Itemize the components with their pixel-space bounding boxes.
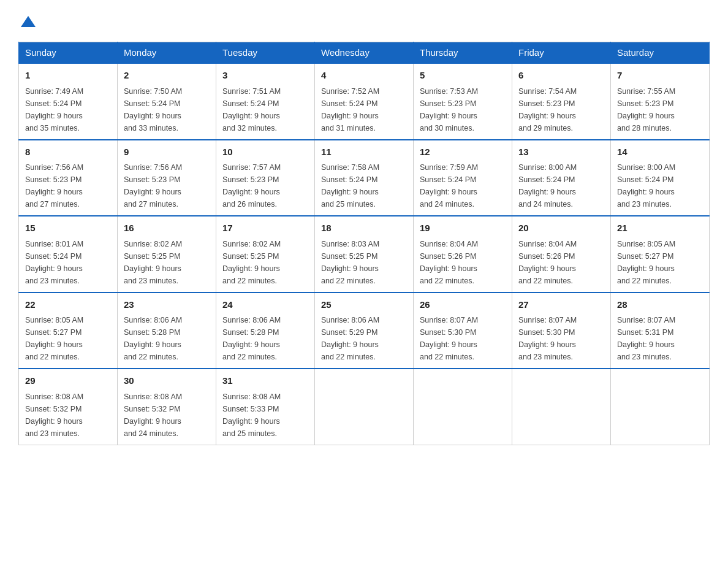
calendar-week-row: 1Sunrise: 7:49 AMSunset: 5:24 PMDaylight… (19, 63, 710, 140)
day-info: Sunrise: 8:00 AMSunset: 5:24 PMDaylight:… (518, 161, 604, 210)
calendar-cell: 18Sunrise: 8:03 AMSunset: 5:25 PMDayligh… (315, 216, 414, 293)
calendar-cell: 25Sunrise: 8:06 AMSunset: 5:29 PMDayligh… (315, 293, 414, 369)
calendar-cell: 15Sunrise: 8:01 AMSunset: 5:24 PMDayligh… (19, 216, 118, 293)
calendar-cell: 12Sunrise: 7:59 AMSunset: 5:24 PMDayligh… (414, 140, 512, 216)
calendar-cell: 10Sunrise: 7:57 AMSunset: 5:23 PMDayligh… (216, 140, 315, 216)
day-info: Sunrise: 7:52 AMSunset: 5:24 PMDaylight:… (321, 85, 407, 134)
day-number: 12 (420, 145, 506, 159)
logo (18, 12, 37, 29)
day-number: 30 (124, 374, 210, 388)
day-number: 24 (222, 298, 308, 312)
calendar-cell: 4Sunrise: 7:52 AMSunset: 5:24 PMDaylight… (315, 63, 414, 140)
day-info: Sunrise: 7:53 AMSunset: 5:23 PMDaylight:… (420, 85, 506, 134)
day-number: 25 (321, 298, 407, 312)
day-number: 15 (25, 221, 111, 236)
calendar-cell: 11Sunrise: 7:58 AMSunset: 5:24 PMDayligh… (315, 140, 414, 216)
calendar-cell: 7Sunrise: 7:55 AMSunset: 5:23 PMDaylight… (611, 63, 710, 140)
day-header-thursday: Thursday (414, 42, 512, 64)
calendar-cell: 3Sunrise: 7:51 AMSunset: 5:24 PMDaylight… (216, 63, 315, 140)
calendar-cell: 19Sunrise: 8:04 AMSunset: 5:26 PMDayligh… (414, 216, 512, 293)
day-number: 31 (222, 374, 308, 388)
calendar-cell: 1Sunrise: 7:49 AMSunset: 5:24 PMDaylight… (19, 63, 118, 140)
calendar-week-row: 29Sunrise: 8:08 AMSunset: 5:32 PMDayligh… (19, 369, 710, 445)
calendar-cell: 8Sunrise: 7:56 AMSunset: 5:23 PMDaylight… (19, 140, 118, 216)
day-info: Sunrise: 8:04 AMSunset: 5:26 PMDaylight:… (518, 238, 604, 287)
day-number: 23 (124, 298, 210, 312)
calendar-cell: 30Sunrise: 8:08 AMSunset: 5:32 PMDayligh… (118, 369, 216, 445)
calendar-cell: 16Sunrise: 8:02 AMSunset: 5:25 PMDayligh… (118, 216, 216, 293)
day-info: Sunrise: 8:07 AMSunset: 5:31 PMDaylight:… (617, 314, 703, 363)
day-number: 21 (617, 221, 703, 236)
calendar-week-row: 8Sunrise: 7:56 AMSunset: 5:23 PMDaylight… (19, 140, 710, 216)
day-header-friday: Friday (512, 42, 611, 64)
calendar-cell: 31Sunrise: 8:08 AMSunset: 5:33 PMDayligh… (216, 369, 315, 445)
day-number: 16 (124, 221, 210, 236)
day-number: 26 (420, 298, 506, 312)
calendar-cell: 5Sunrise: 7:53 AMSunset: 5:23 PMDaylight… (414, 63, 512, 140)
calendar-week-row: 22Sunrise: 8:05 AMSunset: 5:27 PMDayligh… (19, 293, 710, 369)
day-number: 10 (222, 145, 308, 159)
calendar-cell: 2Sunrise: 7:50 AMSunset: 5:24 PMDaylight… (118, 63, 216, 140)
day-number: 18 (321, 221, 407, 236)
day-header-tuesday: Tuesday (216, 42, 315, 64)
day-info: Sunrise: 8:06 AMSunset: 5:29 PMDaylight:… (321, 314, 407, 363)
day-number: 3 (222, 69, 308, 83)
day-info: Sunrise: 8:05 AMSunset: 5:27 PMDaylight:… (617, 238, 703, 287)
day-number: 11 (321, 145, 407, 159)
day-info: Sunrise: 8:03 AMSunset: 5:25 PMDaylight:… (321, 238, 407, 287)
day-number: 22 (25, 298, 111, 312)
day-info: Sunrise: 8:07 AMSunset: 5:30 PMDaylight:… (518, 314, 604, 363)
calendar-cell: 17Sunrise: 8:02 AMSunset: 5:25 PMDayligh… (216, 216, 315, 293)
day-number: 14 (617, 145, 703, 159)
page-header (18, 12, 710, 29)
calendar-cell: 27Sunrise: 8:07 AMSunset: 5:30 PMDayligh… (512, 293, 611, 369)
day-info: Sunrise: 7:50 AMSunset: 5:24 PMDaylight:… (124, 85, 210, 134)
calendar-cell (611, 369, 710, 445)
day-number: 29 (25, 374, 111, 388)
day-info: Sunrise: 8:02 AMSunset: 5:25 PMDaylight:… (124, 238, 210, 287)
calendar-cell (414, 369, 512, 445)
calendar-cell: 22Sunrise: 8:05 AMSunset: 5:27 PMDayligh… (19, 293, 118, 369)
day-info: Sunrise: 8:05 AMSunset: 5:27 PMDaylight:… (25, 314, 111, 363)
day-info: Sunrise: 8:08 AMSunset: 5:32 PMDaylight:… (124, 391, 210, 440)
calendar-cell: 23Sunrise: 8:06 AMSunset: 5:28 PMDayligh… (118, 293, 216, 369)
day-info: Sunrise: 7:58 AMSunset: 5:24 PMDaylight:… (321, 161, 407, 210)
day-number: 8 (25, 145, 111, 159)
day-number: 17 (222, 221, 308, 236)
calendar-cell: 24Sunrise: 8:06 AMSunset: 5:28 PMDayligh… (216, 293, 315, 369)
day-info: Sunrise: 8:02 AMSunset: 5:25 PMDaylight:… (222, 238, 308, 287)
day-number: 20 (518, 221, 604, 236)
calendar-cell: 20Sunrise: 8:04 AMSunset: 5:26 PMDayligh… (512, 216, 611, 293)
svg-marker-0 (21, 16, 36, 27)
calendar-cell: 6Sunrise: 7:54 AMSunset: 5:23 PMDaylight… (512, 63, 611, 140)
day-info: Sunrise: 8:00 AMSunset: 5:24 PMDaylight:… (617, 161, 703, 210)
calendar-cell: 26Sunrise: 8:07 AMSunset: 5:30 PMDayligh… (414, 293, 512, 369)
day-number: 7 (617, 69, 703, 83)
logo-triangle-icon (20, 13, 37, 31)
day-info: Sunrise: 8:06 AMSunset: 5:28 PMDaylight:… (222, 314, 308, 363)
day-info: Sunrise: 8:07 AMSunset: 5:30 PMDaylight:… (420, 314, 506, 363)
calendar-cell: 14Sunrise: 8:00 AMSunset: 5:24 PMDayligh… (611, 140, 710, 216)
day-number: 2 (124, 69, 210, 83)
day-info: Sunrise: 7:49 AMSunset: 5:24 PMDaylight:… (25, 85, 111, 134)
calendar-table: SundayMondayTuesdayWednesdayThursdayFrid… (18, 42, 710, 445)
day-info: Sunrise: 7:55 AMSunset: 5:23 PMDaylight:… (617, 85, 703, 134)
day-info: Sunrise: 7:59 AMSunset: 5:24 PMDaylight:… (420, 161, 506, 210)
day-info: Sunrise: 7:57 AMSunset: 5:23 PMDaylight:… (222, 161, 308, 210)
day-info: Sunrise: 8:08 AMSunset: 5:33 PMDaylight:… (222, 391, 308, 440)
day-number: 28 (617, 298, 703, 312)
day-info: Sunrise: 7:51 AMSunset: 5:24 PMDaylight:… (222, 85, 308, 134)
day-header-saturday: Saturday (611, 42, 710, 64)
day-header-monday: Monday (118, 42, 216, 64)
day-info: Sunrise: 8:04 AMSunset: 5:26 PMDaylight:… (420, 238, 506, 287)
day-info: Sunrise: 8:06 AMSunset: 5:28 PMDaylight:… (124, 314, 210, 363)
calendar-cell (315, 369, 414, 445)
day-number: 13 (518, 145, 604, 159)
day-number: 1 (25, 69, 111, 83)
calendar-header-row: SundayMondayTuesdayWednesdayThursdayFrid… (19, 42, 710, 64)
day-info: Sunrise: 8:08 AMSunset: 5:32 PMDaylight:… (25, 391, 111, 440)
calendar-cell: 9Sunrise: 7:56 AMSunset: 5:23 PMDaylight… (118, 140, 216, 216)
day-number: 9 (124, 145, 210, 159)
calendar-week-row: 15Sunrise: 8:01 AMSunset: 5:24 PMDayligh… (19, 216, 710, 293)
day-header-sunday: Sunday (19, 42, 118, 64)
